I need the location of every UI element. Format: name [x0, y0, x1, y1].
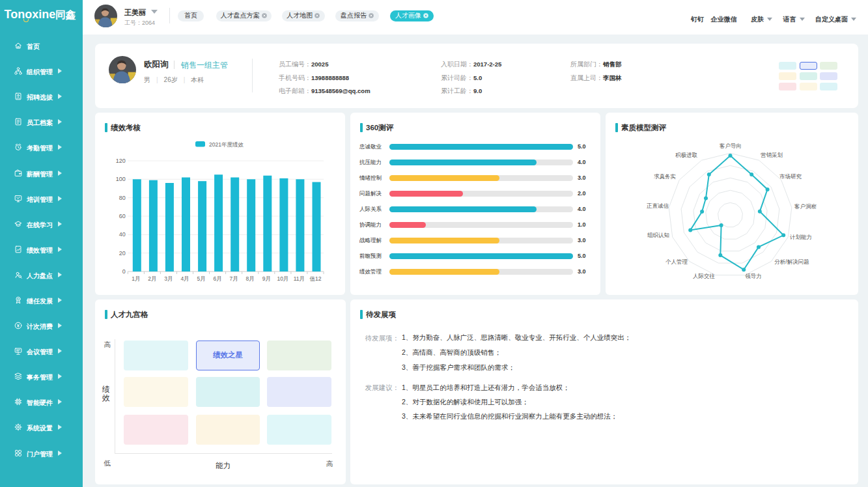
- svg-text:正直诚信: 正直诚信: [647, 202, 669, 209]
- svg-text:营销策划: 营销策划: [761, 152, 783, 158]
- svg-text:值12: 值12: [310, 275, 322, 282]
- svg-text:求真务实: 求真务实: [654, 173, 676, 180]
- svg-text:120: 120: [116, 158, 126, 164]
- svg-text:40: 40: [119, 231, 126, 238]
- svg-text:6月: 6月: [213, 275, 221, 282]
- svg-text:客户洞察: 客户洞察: [794, 203, 817, 210]
- svg-text:客户导向: 客户导向: [720, 143, 742, 149]
- svg-text:5月: 5月: [197, 275, 205, 282]
- svg-text:11月: 11月: [294, 275, 305, 282]
- svg-text:10月: 10月: [277, 275, 288, 282]
- svg-text:7月: 7月: [230, 275, 238, 282]
- svg-text:60: 60: [119, 213, 126, 219]
- svg-text:人际交往: 人际交往: [693, 273, 716, 279]
- svg-text:3月: 3月: [164, 275, 173, 282]
- svg-text:个人管理: 个人管理: [665, 258, 688, 265]
- svg-text:8月: 8月: [246, 275, 255, 282]
- svg-text:2021年度绩效: 2021年度绩效: [209, 141, 244, 148]
- svg-text:20: 20: [119, 250, 126, 257]
- svg-text:4月: 4月: [180, 275, 189, 282]
- svg-text:1月: 1月: [132, 275, 140, 282]
- svg-text:积极进取: 积极进取: [675, 152, 698, 158]
- svg-text:组织认知: 组织认知: [647, 232, 669, 238]
- svg-text:0: 0: [122, 268, 126, 275]
- svg-text:分析/解决问题: 分析/解决问题: [774, 258, 809, 265]
- svg-text:2月: 2月: [148, 275, 156, 282]
- svg-text:100: 100: [116, 176, 126, 182]
- svg-text:9月: 9月: [262, 275, 271, 282]
- svg-text:领导力: 领导力: [745, 273, 762, 279]
- svg-text:80: 80: [119, 195, 126, 201]
- svg-text:市场研究: 市场研究: [779, 173, 802, 180]
- svg-text:计划能力: 计划能力: [790, 234, 812, 240]
